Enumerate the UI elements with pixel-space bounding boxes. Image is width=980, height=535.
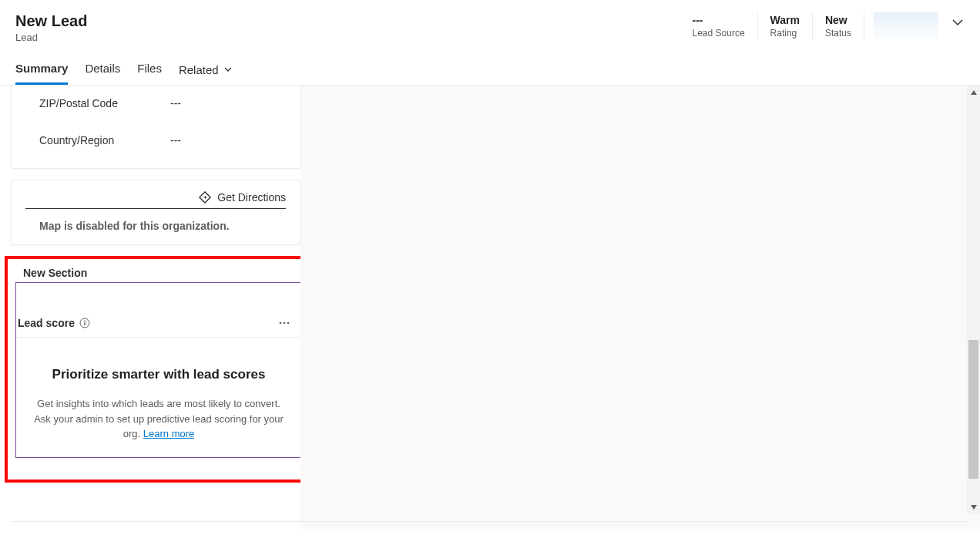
stat-lead-source[interactable]: --- Lead Source xyxy=(680,12,758,40)
chevron-down-icon xyxy=(951,15,965,29)
scroll-up-button[interactable] xyxy=(967,86,980,99)
new-section-highlight: New Section Lead score xyxy=(5,256,300,483)
more-button[interactable] xyxy=(278,317,290,329)
chevron-down-icon xyxy=(223,65,233,74)
directions-icon xyxy=(199,191,211,204)
lead-score-title: Lead score xyxy=(18,317,75,329)
tab-label: Related xyxy=(179,63,219,76)
lead-score-card: Lead score xyxy=(15,282,300,458)
vertical-scrollbar[interactable] xyxy=(967,86,980,513)
get-directions-label: Get Directions xyxy=(217,191,286,204)
address-card: ZIP/Postal Code --- Country/Region --- xyxy=(11,86,300,169)
page-header: New Lead Lead --- Lead Source Warm Ratin… xyxy=(0,0,980,43)
horizontal-scrollbar[interactable] xyxy=(11,521,966,529)
header-preview-badge xyxy=(874,12,938,40)
tab-summary[interactable]: Summary xyxy=(15,62,68,85)
stat-value: Warm xyxy=(770,14,800,26)
stat-value: --- xyxy=(693,14,745,26)
scroll-track[interactable] xyxy=(967,99,980,500)
record-entity: Lead xyxy=(15,32,87,43)
stat-label: Lead Source xyxy=(693,28,745,39)
stat-label: Status xyxy=(825,28,851,39)
scroll-down-button[interactable] xyxy=(967,500,980,513)
tab-bar: Summary Details Files Related xyxy=(0,43,980,86)
tab-details[interactable]: Details xyxy=(85,62,120,85)
section-title: New Section xyxy=(23,267,300,279)
ellipsis-icon xyxy=(278,317,290,329)
record-title: New Lead xyxy=(15,12,87,30)
svg-point-2 xyxy=(84,320,86,321)
stat-label: Rating xyxy=(770,28,800,39)
field-zip[interactable]: ZIP/Postal Code --- xyxy=(12,86,300,122)
main-content-area xyxy=(300,86,980,529)
triangle-up-icon xyxy=(970,89,978,96)
info-icon[interactable] xyxy=(79,318,90,328)
tab-related[interactable]: Related xyxy=(179,62,233,85)
map-card: Get Directions Map is disabled for this … xyxy=(11,180,300,245)
get-directions-button[interactable]: Get Directions xyxy=(25,191,286,209)
learn-more-link[interactable]: Learn more xyxy=(143,428,194,439)
stat-rating[interactable]: Warm Rating xyxy=(758,12,813,40)
svg-point-6 xyxy=(287,322,290,325)
scroll-thumb[interactable] xyxy=(968,340,978,479)
stat-value: New xyxy=(825,14,851,26)
svg-point-4 xyxy=(280,322,282,325)
svg-rect-3 xyxy=(84,322,85,325)
map-disabled-message: Map is disabled for this organization. xyxy=(25,220,286,232)
svg-point-5 xyxy=(284,322,286,325)
field-country[interactable]: Country/Region --- xyxy=(12,122,300,159)
stat-status[interactable]: New Status xyxy=(813,12,864,40)
triangle-down-icon xyxy=(970,503,978,511)
field-value: --- xyxy=(170,97,181,109)
lead-score-description: Get insights into which leads are most l… xyxy=(30,396,287,442)
header-expand-button[interactable] xyxy=(951,15,965,29)
lead-score-heading: Prioritize smarter with lead scores xyxy=(30,367,287,382)
field-value: --- xyxy=(170,134,181,146)
field-label: Country/Region xyxy=(39,134,170,146)
field-label: ZIP/Postal Code xyxy=(39,97,170,109)
tab-files[interactable]: Files xyxy=(137,62,162,85)
